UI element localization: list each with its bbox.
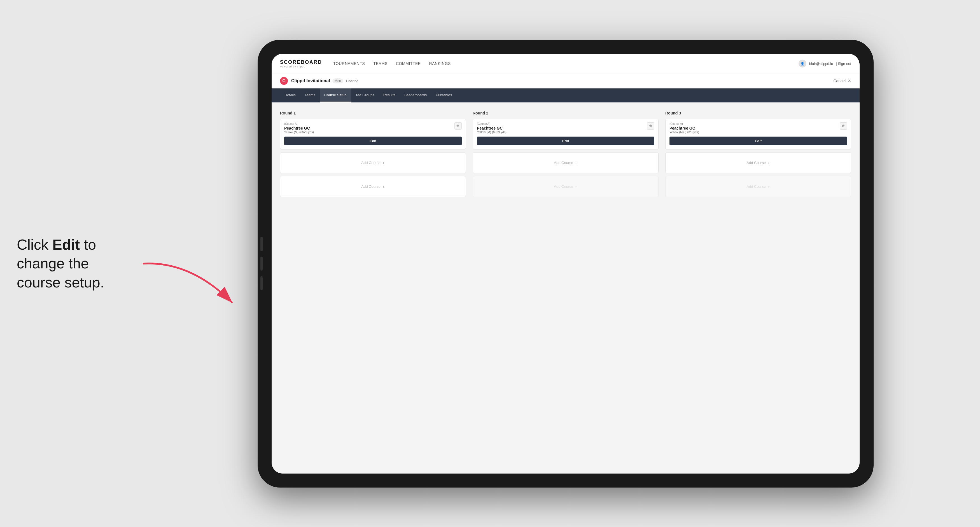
add-course-plus-icon: + bbox=[382, 160, 385, 165]
nav-rankings[interactable]: RANKINGS bbox=[429, 61, 451, 66]
round-2-course-card: (Course A) Peachtree GC Yellow (M) (6629… bbox=[473, 119, 659, 149]
round-1-delete-button[interactable]: 🗑 bbox=[455, 122, 462, 130]
round-1-course-card: (Course A) Peachtree GC Yellow (M) (6629… bbox=[280, 119, 466, 149]
tab-tee-groups[interactable]: Tee Groups bbox=[351, 89, 379, 102]
instruction-text: Click Edit tochange thecourse setup. bbox=[17, 235, 104, 292]
tab-course-setup[interactable]: Course Setup bbox=[320, 89, 351, 102]
tab-printables[interactable]: Printables bbox=[431, 89, 457, 102]
logo-title: SCOREBOARD bbox=[280, 59, 322, 65]
round-2-course-name: Peachtree GC bbox=[477, 126, 506, 130]
round-1-course-tag: (Course A) bbox=[284, 122, 314, 125]
nav-right: 👤 blair@clippd.io | Sign out bbox=[799, 60, 851, 67]
round-1-add-course-2[interactable]: Add Course + bbox=[280, 176, 466, 197]
round-2-delete-button[interactable]: 🗑 bbox=[647, 122, 654, 130]
tournament-badge: Men bbox=[332, 78, 343, 83]
logo-subtitle: Powered by clippd bbox=[280, 65, 322, 68]
add-course-plus-icon-4: + bbox=[575, 184, 578, 189]
round-3-edit-button[interactable]: Edit bbox=[670, 137, 847, 145]
tab-details[interactable]: Details bbox=[280, 89, 300, 102]
round-1-course-header: (Course A) Peachtree GC Yellow (M) (6629… bbox=[280, 119, 466, 137]
add-course-plus-icon-6: + bbox=[767, 184, 770, 189]
tablet-frame: SCOREBOARD Powered by clippd TOURNAMENTS… bbox=[258, 40, 873, 487]
main-content: Round 1 (Course A) Peachtree GC Yellow (… bbox=[272, 102, 860, 473]
round-3-column: Round 3 (Course A) Peachtree GC Yellow (… bbox=[665, 111, 851, 200]
tab-leaderboards[interactable]: Leaderboards bbox=[400, 89, 431, 102]
add-course-plus-icon-3: + bbox=[575, 160, 578, 165]
brand-logo: C bbox=[280, 77, 288, 85]
add-course-plus-icon-5: + bbox=[767, 160, 770, 165]
sign-out-link[interactable]: | Sign out bbox=[836, 62, 851, 66]
round-3-course-card: (Course A) Peachtree GC Yellow (M) (6629… bbox=[665, 119, 851, 149]
round-3-delete-button[interactable]: 🗑 bbox=[840, 122, 847, 130]
round-2-edit-button[interactable]: Edit bbox=[477, 137, 654, 145]
nav-tournaments[interactable]: TOURNAMENTS bbox=[333, 61, 365, 66]
rounds-grid: Round 1 (Course A) Peachtree GC Yellow (… bbox=[280, 111, 851, 200]
tab-results[interactable]: Results bbox=[379, 89, 400, 102]
cancel-button[interactable]: Cancel bbox=[833, 79, 846, 83]
round-3-add-course-1[interactable]: Add Course + bbox=[665, 152, 851, 173]
round-1-course-name: Peachtree GC bbox=[284, 126, 314, 130]
round-2-course-header: (Course A) Peachtree GC Yellow (M) (6629… bbox=[473, 119, 658, 137]
main-nav: TOURNAMENTS TEAMS COMMITTEE RANKINGS bbox=[333, 61, 799, 66]
round-3-course-detail: Yellow (M) (6629 yds) bbox=[670, 130, 699, 134]
scoreboard-logo: SCOREBOARD Powered by clippd bbox=[280, 59, 322, 68]
round-1-add-course-1[interactable]: Add Course + bbox=[280, 152, 466, 173]
tablet-screen: SCOREBOARD Powered by clippd TOURNAMENTS… bbox=[272, 54, 860, 473]
round-3-course-tag: (Course A) bbox=[670, 122, 699, 125]
round-1-edit-button[interactable]: Edit bbox=[284, 137, 462, 145]
sub-header: C Clippd Invitational Men Hosting Cancel… bbox=[272, 74, 860, 89]
user-email: blair@clippd.io bbox=[809, 62, 833, 66]
round-3-label: Round 3 bbox=[665, 111, 851, 115]
user-avatar: 👤 bbox=[799, 60, 807, 67]
top-nav: SCOREBOARD Powered by clippd TOURNAMENTS… bbox=[272, 54, 860, 74]
add-course-plus-icon-2: + bbox=[382, 184, 385, 189]
nav-committee[interactable]: COMMITTEE bbox=[396, 61, 421, 66]
round-2-course-detail: Yellow (M) (6629 yds) bbox=[477, 130, 506, 134]
tablet-side-buttons bbox=[260, 237, 262, 290]
round-3-course-name: Peachtree GC bbox=[670, 126, 699, 130]
arrow-annotation bbox=[134, 258, 247, 314]
hosting-label: Hosting bbox=[346, 79, 358, 83]
tournament-title: Clippd Invitational bbox=[291, 78, 330, 83]
round-2-column: Round 2 (Course A) Peachtree GC Yellow (… bbox=[473, 111, 659, 200]
tab-teams[interactable]: Teams bbox=[300, 89, 320, 102]
round-2-add-course-2: Add Course + bbox=[473, 176, 659, 197]
round-2-label: Round 2 bbox=[473, 111, 659, 115]
nav-teams[interactable]: TEAMS bbox=[373, 61, 388, 66]
round-2-add-course-1[interactable]: Add Course + bbox=[473, 152, 659, 173]
round-1-label: Round 1 bbox=[280, 111, 466, 115]
round-1-course-detail: Yellow (M) (6629 yds) bbox=[284, 130, 314, 134]
cancel-x[interactable]: ✕ bbox=[848, 79, 851, 83]
round-1-column: Round 1 (Course A) Peachtree GC Yellow (… bbox=[280, 111, 466, 200]
tab-bar: Details Teams Course Setup Tee Groups Re… bbox=[272, 89, 860, 102]
round-2-course-tag: (Course A) bbox=[477, 122, 506, 125]
round-3-course-header: (Course A) Peachtree GC Yellow (M) (6629… bbox=[665, 119, 851, 137]
round-3-add-course-2: Add Course + bbox=[665, 176, 851, 197]
edit-bold: Edit bbox=[52, 236, 80, 252]
sub-header-right: Cancel ✕ bbox=[833, 79, 851, 83]
